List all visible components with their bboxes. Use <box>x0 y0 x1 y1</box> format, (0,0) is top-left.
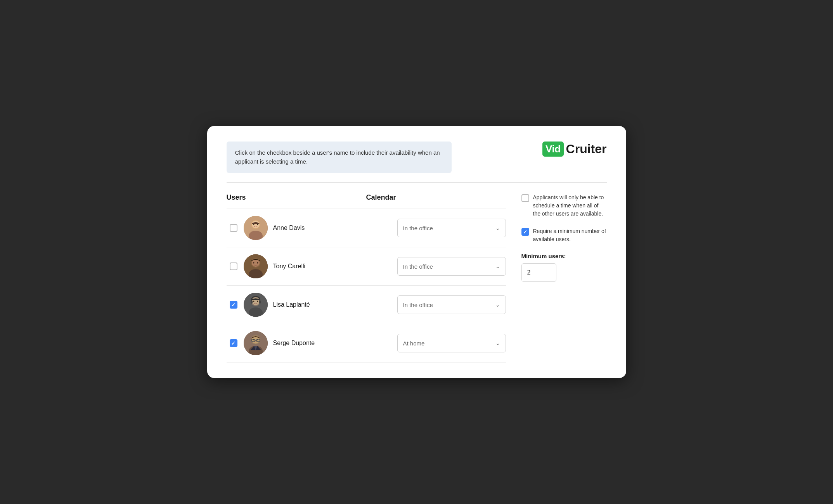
main-card: Click on the checkbox beside a user's na… <box>207 126 626 378</box>
checkbox-tony[interactable] <box>230 262 237 270</box>
user-name-anne: Anne Davis <box>273 224 397 231</box>
all-available-checkbox[interactable] <box>521 194 529 202</box>
calendar-dropdown-tony[interactable]: In the office ⌄ <box>397 257 506 276</box>
avatar-anne <box>244 216 268 240</box>
calendar-dropdown-anne[interactable]: In the office ⌄ <box>397 219 506 237</box>
logo: Vid Cruiter <box>542 142 606 157</box>
all-available-label: Applicants will only be able to schedule… <box>533 193 607 218</box>
minimum-users-section: Minimum users: <box>521 253 607 282</box>
right-panel: Applicants will only be able to schedule… <box>506 193 607 362</box>
dropdown-value-tony: In the office <box>403 263 495 270</box>
user-row-tony: Tony Carelli In the office ⌄ <box>227 247 506 285</box>
minimum-users-input[interactable] <box>521 263 556 282</box>
info-box: Click on the checkbox beside a user's na… <box>227 142 452 173</box>
require-minimum-label: Require a minimum number of available us… <box>533 227 607 243</box>
dropdown-arrow-anne: ⌄ <box>495 225 500 231</box>
require-minimum-row: Require a minimum number of available us… <box>521 227 607 243</box>
checkbox-anne[interactable] <box>230 224 237 232</box>
require-minimum-checkbox[interactable] <box>521 228 529 236</box>
svg-rect-18 <box>251 300 253 304</box>
divider <box>227 182 607 183</box>
avatar-serge <box>244 331 268 355</box>
logo-vid: Vid <box>542 142 563 157</box>
all-available-row: Applicants will only be able to schedule… <box>521 193 607 218</box>
user-name-serge: Serge Duponte <box>273 340 397 347</box>
checkbox-wrap-lisa <box>227 301 241 309</box>
left-panel: Users Calendar <box>227 193 506 362</box>
checkbox-wrap-tony <box>227 262 241 270</box>
calendar-dropdown-serge[interactable]: At home ⌄ <box>397 334 506 352</box>
minimum-users-label: Minimum users: <box>521 253 607 259</box>
svg-point-11 <box>257 262 258 264</box>
users-column-header: Users <box>227 193 366 202</box>
user-name-lisa: Lisa Laplanté <box>273 301 397 308</box>
dropdown-value-anne: In the office <box>403 225 495 231</box>
checkbox-wrap-serge <box>227 339 241 347</box>
info-text: Click on the checkbox beside a user's na… <box>235 149 440 165</box>
dropdown-arrow-lisa: ⌄ <box>495 302 500 308</box>
calendar-dropdown-lisa[interactable]: In the office ⌄ <box>397 295 506 314</box>
svg-point-5 <box>257 224 258 225</box>
dropdown-arrow-serge: ⌄ <box>495 340 500 346</box>
checkbox-wrap-anne <box>227 224 241 232</box>
user-row-lisa: Lisa Laplanté In the office ⌄ <box>227 285 506 324</box>
checkbox-lisa[interactable] <box>230 301 237 309</box>
svg-rect-19 <box>259 300 261 304</box>
main-content: Users Calendar <box>227 193 607 362</box>
user-row-serge: Serge Duponte At home ⌄ <box>227 324 506 362</box>
calendar-column-header: Calendar <box>366 193 396 202</box>
checkbox-serge[interactable] <box>230 339 237 347</box>
svg-point-17 <box>257 301 258 302</box>
top-section: Click on the checkbox beside a user's na… <box>227 142 607 173</box>
avatar-tony <box>244 254 268 278</box>
dropdown-value-serge: At home <box>403 340 495 347</box>
user-name-tony: Tony Carelli <box>273 263 397 270</box>
svg-point-16 <box>253 301 254 302</box>
column-headers: Users Calendar <box>227 193 506 202</box>
dropdown-value-lisa: In the office <box>403 302 495 308</box>
svg-point-4 <box>253 224 254 225</box>
user-row-anne: Anne Davis In the office ⌄ <box>227 209 506 247</box>
avatar-lisa <box>244 293 268 317</box>
logo-cruiter: Cruiter <box>566 142 607 156</box>
dropdown-arrow-tony: ⌄ <box>495 263 500 269</box>
svg-point-10 <box>253 262 254 264</box>
